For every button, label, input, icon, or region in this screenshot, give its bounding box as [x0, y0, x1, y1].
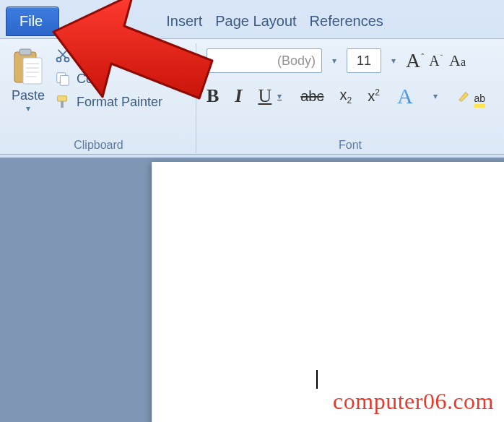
- svg-rect-1: [19, 49, 31, 55]
- underline-dropdown[interactable]: ▾: [274, 91, 284, 102]
- font-size-dropdown[interactable]: ▾: [388, 56, 399, 66]
- paintbrush-icon: [55, 94, 71, 110]
- ribbon: Paste ▾: [0, 39, 504, 155]
- clipboard-group: Paste ▾: [4, 43, 196, 153]
- copy-icon: [55, 71, 71, 87]
- superscript-button[interactable]: x2: [368, 87, 380, 105]
- svg-rect-14: [61, 101, 64, 108]
- font-group-label: Font: [207, 136, 494, 153]
- document-canvas: [0, 158, 504, 422]
- highlighter-icon: [456, 88, 472, 104]
- text-effects-button[interactable]: A: [396, 84, 414, 108]
- text-effects-dropdown[interactable]: ▾: [430, 91, 440, 101]
- cut-button[interactable]: [55, 48, 162, 64]
- format-painter-label: Format Painter: [77, 95, 162, 110]
- scissors-icon: [55, 48, 71, 64]
- document-page[interactable]: [152, 162, 504, 422]
- font-group: (Body) ▾ 11 ▾ Aˆ Aˇ Aa B I: [196, 43, 500, 153]
- subscript-button[interactable]: x2: [340, 87, 352, 106]
- svg-rect-13: [58, 96, 67, 101]
- references-tab[interactable]: References: [305, 6, 388, 37]
- ribbon-tabs: File Insert Page Layout References: [0, 0, 504, 39]
- bold-button[interactable]: B: [207, 85, 219, 107]
- format-painter-button[interactable]: Format Painter: [55, 94, 162, 110]
- paste-icon: [12, 48, 45, 87]
- highlight-button[interactable]: ab: [456, 88, 486, 104]
- page-layout-tab[interactable]: Page Layout: [211, 6, 300, 37]
- copy-button[interactable]: Co: [55, 71, 162, 87]
- shrink-font-button[interactable]: Aˇ: [429, 53, 442, 69]
- watermark-text: computer06.com: [333, 388, 494, 415]
- font-name-dropdown[interactable]: ▾: [329, 56, 339, 66]
- change-case-button[interactable]: Aa: [449, 51, 466, 70]
- text-cursor: [316, 370, 318, 389]
- clipboard-group-label: Clipboard: [7, 136, 190, 153]
- svg-line-9: [60, 50, 68, 58]
- font-name-input[interactable]: (Body): [207, 48, 322, 73]
- svg-line-10: [58, 50, 66, 58]
- paste-label: Paste: [12, 88, 45, 103]
- font-size-input[interactable]: 11: [347, 48, 381, 73]
- italic-button[interactable]: I: [235, 85, 242, 107]
- file-tab[interactable]: File: [6, 7, 59, 36]
- svg-rect-2: [23, 58, 42, 84]
- grow-font-button[interactable]: Aˆ: [406, 49, 423, 72]
- strikethrough-button[interactable]: abc: [300, 88, 323, 105]
- insert-tab[interactable]: Insert: [162, 6, 207, 37]
- paste-dropdown-arrow[interactable]: ▾: [26, 103, 30, 113]
- underline-button[interactable]: U ▾: [258, 85, 284, 107]
- svg-rect-12: [60, 75, 69, 85]
- paste-button[interactable]: Paste ▾: [7, 45, 49, 116]
- word-window: File Insert Page Layout References: [0, 0, 504, 422]
- copy-label: Co: [77, 72, 93, 87]
